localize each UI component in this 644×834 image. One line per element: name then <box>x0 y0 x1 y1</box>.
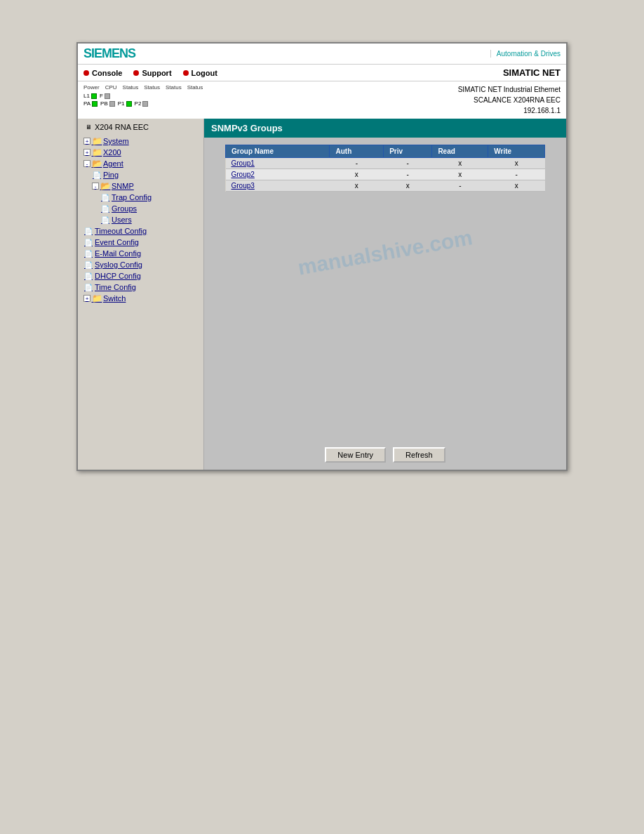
syslog-label: Syslog Config <box>95 260 142 269</box>
cell-write: - <box>488 169 545 180</box>
groups-label: Groups <box>112 204 137 213</box>
cell-write: x <box>488 158 545 169</box>
syslog-doc-icon: 📄 <box>83 260 93 270</box>
simatic-net-title: SIMATIC NET <box>503 67 561 78</box>
console-dot <box>83 70 89 76</box>
system-expand[interactable]: + <box>83 138 90 145</box>
l1-led <box>91 93 97 99</box>
sidebar-item-switch[interactable]: + 📁 Switch <box>78 293 203 304</box>
sidebar-item-groups[interactable]: 📄 Groups <box>78 203 203 214</box>
status4-label: Status <box>187 84 203 91</box>
sidebar-item-dhcp[interactable]: 📄 DHCP Config <box>78 270 203 282</box>
logout-label: Logout <box>192 69 217 77</box>
x200-expand[interactable]: + <box>83 149 90 156</box>
snmp-expand[interactable]: - <box>92 183 99 190</box>
logout-link[interactable]: Logout <box>183 69 217 77</box>
cell-priv: - <box>384 158 432 169</box>
f-led <box>105 93 110 99</box>
cell-priv: x <box>384 180 432 192</box>
email-label: E-Mail Config <box>95 249 141 258</box>
snmp-folder-icon: 📂 <box>100 181 110 191</box>
dhcp-label: DHCP Config <box>95 272 141 280</box>
email-doc-icon: 📄 <box>83 249 93 258</box>
ping-label: Ping <box>103 171 119 179</box>
event-doc-icon: 📄 <box>83 237 93 247</box>
system-label: System <box>103 137 129 145</box>
device-line2: SCALANCE X204RNA EEC <box>458 95 561 105</box>
cell-auth: - <box>330 158 384 169</box>
table-row: Group3xx-x <box>226 180 545 192</box>
switch-expand[interactable]: + <box>83 295 90 302</box>
event-label: Event Config <box>95 238 139 246</box>
group-name-link[interactable]: Group3 <box>232 182 255 190</box>
button-row: New Entry Refresh <box>204 440 566 470</box>
f-label: F <box>100 93 103 99</box>
power-label: Power <box>83 84 100 91</box>
groups-doc-icon: 📄 <box>100 204 110 213</box>
table-row: Group2x-x- <box>226 169 545 180</box>
cell-group-name[interactable]: Group2 <box>226 169 330 180</box>
trap-label: Trap Config <box>112 193 152 201</box>
cpu-label: CPU <box>105 84 117 91</box>
device-ip: 192.168.1.1 <box>458 105 561 116</box>
status3-label: Status <box>166 84 182 91</box>
panel-title: SNMPv3 Groups <box>204 119 566 138</box>
right-panel: SNMPv3 Groups Group Name Auth Priv Read … <box>204 119 566 470</box>
snmpv3-table: Group Name Auth Priv Read Write Group1--… <box>225 145 545 192</box>
cell-read: x <box>432 169 488 180</box>
pb-label: PB <box>100 100 108 107</box>
support-dot <box>133 70 139 76</box>
sidebar-item-x200[interactable]: + 📁 X200 <box>78 147 203 158</box>
cell-auth: x <box>330 169 384 180</box>
l1-label: L1 <box>83 93 90 99</box>
sidebar-item-snmp[interactable]: - 📂 SNMP <box>78 180 203 192</box>
sidebar-item-system[interactable]: + 📁 System <box>78 135 203 147</box>
status1-label: Status <box>123 84 139 91</box>
table-row: Group1--xx <box>226 158 545 169</box>
timeout-label: Timeout Config <box>95 227 147 235</box>
pa-led <box>92 101 98 107</box>
pa-label: PA <box>83 100 90 107</box>
watermark: manualshive.com <box>212 234 558 276</box>
sidebar-item-timeout[interactable]: 📄 Timeout Config <box>78 225 203 237</box>
cell-group-name[interactable]: Group1 <box>226 158 330 169</box>
agent-expand[interactable]: - <box>83 160 90 167</box>
group-name-link[interactable]: Group2 <box>232 171 255 178</box>
dhcp-doc-icon: 📄 <box>83 271 93 281</box>
cell-write: x <box>488 180 545 192</box>
sidebar-item-trap-config[interactable]: 📄 Trap Config <box>78 192 203 203</box>
sidebar-item-event[interactable]: 📄 Event Config <box>78 237 203 248</box>
sidebar-item-syslog[interactable]: 📄 Syslog Config <box>78 259 203 270</box>
ping-doc-icon: 📄 <box>92 170 102 180</box>
refresh-button[interactable]: Refresh <box>393 447 445 463</box>
cell-read: x <box>432 158 488 169</box>
support-link[interactable]: Support <box>133 69 171 77</box>
new-entry-button[interactable]: New Entry <box>325 447 386 463</box>
device-line1: SIMATIC NET Industrial Ethernet <box>458 84 561 95</box>
sidebar-item-time[interactable]: 📄 Time Config <box>78 282 203 293</box>
logout-dot <box>183 70 189 76</box>
p1-label: P1 <box>118 100 125 107</box>
timeout-doc-icon: 📄 <box>83 226 93 236</box>
sidebar-item-users[interactable]: 📄 Users <box>78 214 203 225</box>
ad-text: Automation & Drives <box>490 50 561 58</box>
col-write: Write <box>488 145 545 158</box>
console-link[interactable]: Console <box>83 69 122 77</box>
switch-label: Switch <box>103 294 126 303</box>
pb-led <box>109 101 115 107</box>
system-folder-icon: 📁 <box>92 136 102 146</box>
sidebar-item-ping[interactable]: 📄 Ping <box>78 169 203 180</box>
cell-group-name[interactable]: Group3 <box>226 180 330 192</box>
group-name-link[interactable]: Group1 <box>232 159 255 167</box>
agent-folder-icon: 📂 <box>92 159 102 168</box>
support-label: Support <box>142 69 171 77</box>
p1-led <box>126 101 132 107</box>
sidebar: 🖥 X204 RNA EEC + 📁 System + 📁 X200 <box>78 119 204 470</box>
sidebar-item-agent[interactable]: - 📂 Agent <box>78 158 203 169</box>
console-label: Console <box>92 69 122 77</box>
col-group-name: Group Name <box>226 145 330 158</box>
sidebar-item-email[interactable]: 📄 E-Mail Config <box>78 248 203 259</box>
col-auth: Auth <box>330 145 384 158</box>
siemens-logo: SIEMENS <box>83 46 135 61</box>
col-priv: Priv <box>384 145 432 158</box>
